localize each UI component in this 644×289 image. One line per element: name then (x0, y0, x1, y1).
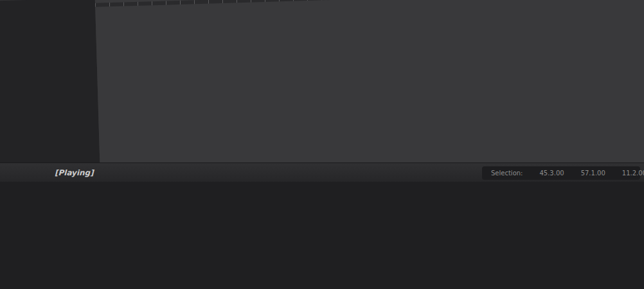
track-control-panel (0, 0, 101, 162)
arrange-view[interactable] (95, 0, 644, 162)
selection-start: 45.3.00 (539, 170, 564, 177)
selection-end: 57.1.00 (581, 170, 605, 177)
arrange-section (0, 0, 644, 162)
selection-readout[interactable]: Selection: 45.3.00 57.1.00 11.2.00 (482, 166, 640, 180)
timeline-ruler[interactable] (95, 0, 644, 7)
transport-status: [Playing] (55, 168, 94, 177)
selection-length: 11.2.00 (622, 170, 644, 177)
daw-window: [Playing] Selection: 45.3.00 57.1.00 11.… (0, 0, 644, 289)
selection-label: Selection: (491, 170, 523, 177)
mixer-panel (0, 182, 644, 289)
transport-bar: [Playing] Selection: 45.3.00 57.1.00 11.… (0, 162, 644, 182)
